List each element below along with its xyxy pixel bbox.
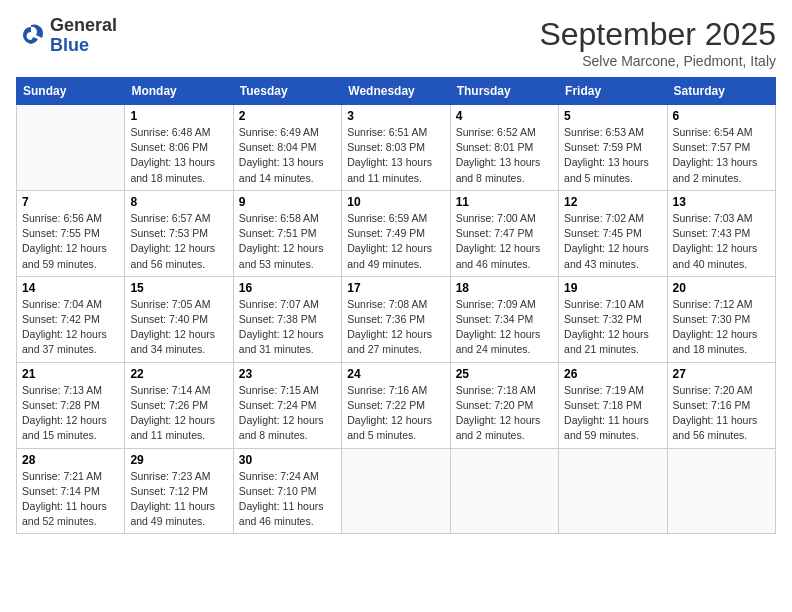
day-info: Sunrise: 6:54 AMSunset: 7:57 PMDaylight:… (673, 125, 770, 186)
day-number: 29 (130, 453, 227, 467)
day-number: 20 (673, 281, 770, 295)
day-cell: 4Sunrise: 6:52 AMSunset: 8:01 PMDaylight… (450, 105, 558, 191)
day-info: Sunrise: 7:09 AMSunset: 7:34 PMDaylight:… (456, 297, 553, 358)
logo-text: General Blue (50, 16, 117, 56)
day-number: 1 (130, 109, 227, 123)
day-info: Sunrise: 7:20 AMSunset: 7:16 PMDaylight:… (673, 383, 770, 444)
page-header: General Blue September 2025 Selve Marcon… (16, 16, 776, 69)
day-number: 19 (564, 281, 661, 295)
location-subtitle: Selve Marcone, Piedmont, Italy (539, 53, 776, 69)
day-number: 6 (673, 109, 770, 123)
calendar-table: SundayMondayTuesdayWednesdayThursdayFrid… (16, 77, 776, 534)
day-info: Sunrise: 6:52 AMSunset: 8:01 PMDaylight:… (456, 125, 553, 186)
day-info: Sunrise: 6:49 AMSunset: 8:04 PMDaylight:… (239, 125, 336, 186)
day-info: Sunrise: 7:12 AMSunset: 7:30 PMDaylight:… (673, 297, 770, 358)
day-cell: 21Sunrise: 7:13 AMSunset: 7:28 PMDayligh… (17, 362, 125, 448)
day-cell: 13Sunrise: 7:03 AMSunset: 7:43 PMDayligh… (667, 190, 775, 276)
day-number: 15 (130, 281, 227, 295)
day-cell (450, 448, 558, 534)
day-info: Sunrise: 6:53 AMSunset: 7:59 PMDaylight:… (564, 125, 661, 186)
col-header-tuesday: Tuesday (233, 78, 341, 105)
day-info: Sunrise: 7:13 AMSunset: 7:28 PMDaylight:… (22, 383, 119, 444)
day-info: Sunrise: 6:48 AMSunset: 8:06 PMDaylight:… (130, 125, 227, 186)
day-info: Sunrise: 6:57 AMSunset: 7:53 PMDaylight:… (130, 211, 227, 272)
day-cell: 23Sunrise: 7:15 AMSunset: 7:24 PMDayligh… (233, 362, 341, 448)
day-cell: 17Sunrise: 7:08 AMSunset: 7:36 PMDayligh… (342, 276, 450, 362)
week-row-4: 21Sunrise: 7:13 AMSunset: 7:28 PMDayligh… (17, 362, 776, 448)
day-number: 27 (673, 367, 770, 381)
day-number: 12 (564, 195, 661, 209)
day-info: Sunrise: 7:15 AMSunset: 7:24 PMDaylight:… (239, 383, 336, 444)
day-cell: 9Sunrise: 6:58 AMSunset: 7:51 PMDaylight… (233, 190, 341, 276)
day-info: Sunrise: 7:10 AMSunset: 7:32 PMDaylight:… (564, 297, 661, 358)
day-number: 14 (22, 281, 119, 295)
day-number: 16 (239, 281, 336, 295)
day-number: 13 (673, 195, 770, 209)
day-number: 10 (347, 195, 444, 209)
day-info: Sunrise: 7:24 AMSunset: 7:10 PMDaylight:… (239, 469, 336, 530)
col-header-thursday: Thursday (450, 78, 558, 105)
day-cell: 15Sunrise: 7:05 AMSunset: 7:40 PMDayligh… (125, 276, 233, 362)
day-cell: 28Sunrise: 7:21 AMSunset: 7:14 PMDayligh… (17, 448, 125, 534)
col-header-wednesday: Wednesday (342, 78, 450, 105)
col-header-monday: Monday (125, 78, 233, 105)
day-info: Sunrise: 6:51 AMSunset: 8:03 PMDaylight:… (347, 125, 444, 186)
day-cell: 24Sunrise: 7:16 AMSunset: 7:22 PMDayligh… (342, 362, 450, 448)
day-info: Sunrise: 7:19 AMSunset: 7:18 PMDaylight:… (564, 383, 661, 444)
day-number: 28 (22, 453, 119, 467)
day-cell: 19Sunrise: 7:10 AMSunset: 7:32 PMDayligh… (559, 276, 667, 362)
day-number: 4 (456, 109, 553, 123)
day-number: 3 (347, 109, 444, 123)
day-info: Sunrise: 6:59 AMSunset: 7:49 PMDaylight:… (347, 211, 444, 272)
day-number: 7 (22, 195, 119, 209)
day-number: 2 (239, 109, 336, 123)
day-info: Sunrise: 6:58 AMSunset: 7:51 PMDaylight:… (239, 211, 336, 272)
day-cell: 12Sunrise: 7:02 AMSunset: 7:45 PMDayligh… (559, 190, 667, 276)
day-cell: 6Sunrise: 6:54 AMSunset: 7:57 PMDaylight… (667, 105, 775, 191)
day-number: 22 (130, 367, 227, 381)
day-number: 8 (130, 195, 227, 209)
day-info: Sunrise: 7:14 AMSunset: 7:26 PMDaylight:… (130, 383, 227, 444)
day-info: Sunrise: 7:07 AMSunset: 7:38 PMDaylight:… (239, 297, 336, 358)
day-info: Sunrise: 6:56 AMSunset: 7:55 PMDaylight:… (22, 211, 119, 272)
day-number: 26 (564, 367, 661, 381)
day-info: Sunrise: 7:08 AMSunset: 7:36 PMDaylight:… (347, 297, 444, 358)
week-row-2: 7Sunrise: 6:56 AMSunset: 7:55 PMDaylight… (17, 190, 776, 276)
day-cell: 8Sunrise: 6:57 AMSunset: 7:53 PMDaylight… (125, 190, 233, 276)
day-number: 11 (456, 195, 553, 209)
week-row-1: 1Sunrise: 6:48 AMSunset: 8:06 PMDaylight… (17, 105, 776, 191)
day-number: 25 (456, 367, 553, 381)
day-cell: 25Sunrise: 7:18 AMSunset: 7:20 PMDayligh… (450, 362, 558, 448)
day-number: 17 (347, 281, 444, 295)
day-info: Sunrise: 7:23 AMSunset: 7:12 PMDaylight:… (130, 469, 227, 530)
day-number: 21 (22, 367, 119, 381)
day-info: Sunrise: 7:16 AMSunset: 7:22 PMDaylight:… (347, 383, 444, 444)
day-cell: 16Sunrise: 7:07 AMSunset: 7:38 PMDayligh… (233, 276, 341, 362)
day-cell: 1Sunrise: 6:48 AMSunset: 8:06 PMDaylight… (125, 105, 233, 191)
day-info: Sunrise: 7:04 AMSunset: 7:42 PMDaylight:… (22, 297, 119, 358)
day-cell (667, 448, 775, 534)
day-info: Sunrise: 7:21 AMSunset: 7:14 PMDaylight:… (22, 469, 119, 530)
day-cell: 5Sunrise: 6:53 AMSunset: 7:59 PMDaylight… (559, 105, 667, 191)
day-info: Sunrise: 7:03 AMSunset: 7:43 PMDaylight:… (673, 211, 770, 272)
day-cell: 22Sunrise: 7:14 AMSunset: 7:26 PMDayligh… (125, 362, 233, 448)
day-number: 23 (239, 367, 336, 381)
day-cell: 26Sunrise: 7:19 AMSunset: 7:18 PMDayligh… (559, 362, 667, 448)
col-header-saturday: Saturday (667, 78, 775, 105)
day-cell: 14Sunrise: 7:04 AMSunset: 7:42 PMDayligh… (17, 276, 125, 362)
day-cell: 30Sunrise: 7:24 AMSunset: 7:10 PMDayligh… (233, 448, 341, 534)
day-cell (17, 105, 125, 191)
title-block: September 2025 Selve Marcone, Piedmont, … (539, 16, 776, 69)
day-number: 18 (456, 281, 553, 295)
day-cell (559, 448, 667, 534)
day-cell: 20Sunrise: 7:12 AMSunset: 7:30 PMDayligh… (667, 276, 775, 362)
day-number: 24 (347, 367, 444, 381)
day-cell (342, 448, 450, 534)
day-info: Sunrise: 7:02 AMSunset: 7:45 PMDaylight:… (564, 211, 661, 272)
day-info: Sunrise: 7:00 AMSunset: 7:47 PMDaylight:… (456, 211, 553, 272)
logo: General Blue (16, 16, 117, 56)
header-row: SundayMondayTuesdayWednesdayThursdayFrid… (17, 78, 776, 105)
logo-icon (16, 21, 46, 51)
day-info: Sunrise: 7:18 AMSunset: 7:20 PMDaylight:… (456, 383, 553, 444)
month-title: September 2025 (539, 16, 776, 53)
